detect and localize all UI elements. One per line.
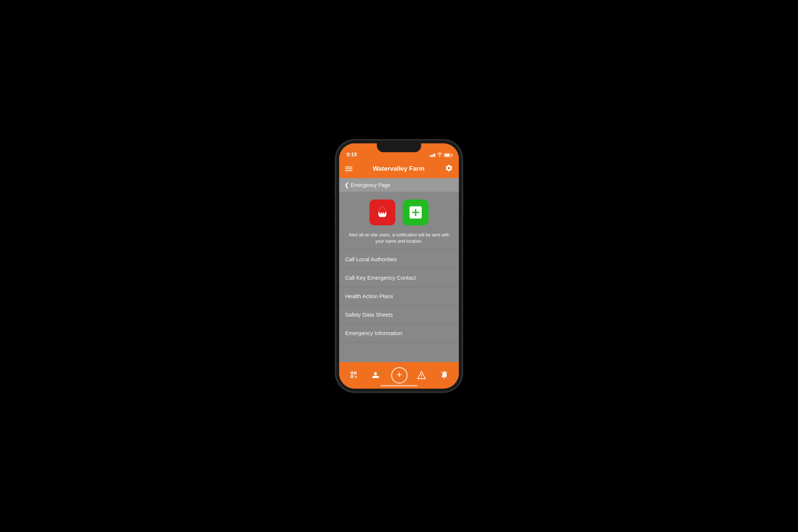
back-navigation[interactable]: ❮ Emergency Page: [339, 178, 459, 192]
content-area: Alert all on site users, a notification …: [339, 192, 459, 362]
phone-screen: 9:15: [339, 143, 459, 389]
medical-emergency-button[interactable]: [403, 200, 429, 225]
tab-qr-code[interactable]: [346, 368, 362, 383]
svg-point-0: [374, 372, 376, 375]
alarm-icon: [440, 371, 449, 381]
status-bar: 9:15: [339, 143, 459, 160]
menu-list: Call Local AuthoritiesCall Key Emergency…: [339, 250, 459, 342]
signal-bars-icon: [430, 153, 435, 157]
menu-item-call-key-emergency-contact[interactable]: Call Key Emergency Contact: [339, 269, 459, 287]
status-time: 9:15: [347, 151, 357, 157]
menu-item-label: Safety Data Sheets: [345, 311, 393, 318]
notch: [377, 143, 421, 152]
menu-item-label: Call Key Emergency Contact: [345, 274, 416, 281]
warning-icon: [417, 371, 426, 380]
add-icon: [395, 371, 403, 380]
users-icon: [372, 371, 382, 380]
fire-emergency-button[interactable]: [369, 200, 395, 225]
tab-warning[interactable]: [413, 369, 430, 382]
menu-item-emergency-information[interactable]: Emergency Information: [339, 324, 459, 342]
back-arrow-icon: ❮: [344, 181, 349, 188]
wifi-icon: [437, 153, 442, 157]
menu-item-health-action-plans[interactable]: Health Action Plans: [339, 287, 459, 306]
menu-item-call-local-authorities[interactable]: Call Local Authorities: [339, 250, 459, 269]
tab-users[interactable]: [368, 369, 385, 382]
alert-description: Alert all on site users, a notification …: [339, 229, 459, 250]
tab-alarm[interactable]: [436, 368, 452, 383]
phone-frame: 9:15: [336, 140, 462, 392]
back-label: Emergency Page: [351, 182, 390, 188]
menu-item-safety-data-sheets[interactable]: Safety Data Sheets: [339, 306, 459, 324]
qr-code-icon: [349, 371, 358, 381]
home-indicator: [381, 385, 417, 386]
tab-add-button[interactable]: [391, 367, 407, 383]
emergency-icons-row: [339, 192, 459, 229]
svg-point-1: [378, 372, 381, 374]
hamburger-menu-icon[interactable]: [345, 167, 352, 171]
app-title: Watervalley Farm: [373, 165, 424, 173]
app-header: Watervalley Farm: [339, 160, 459, 178]
settings-icon[interactable]: [445, 164, 453, 174]
menu-item-label: Emergency Information: [345, 330, 402, 336]
tab-bar: [339, 362, 459, 389]
status-icons: [430, 153, 451, 157]
battery-icon: [444, 153, 451, 157]
menu-item-label: Call Local Authorities: [345, 256, 397, 262]
menu-item-label: Health Action Plans: [345, 293, 393, 299]
